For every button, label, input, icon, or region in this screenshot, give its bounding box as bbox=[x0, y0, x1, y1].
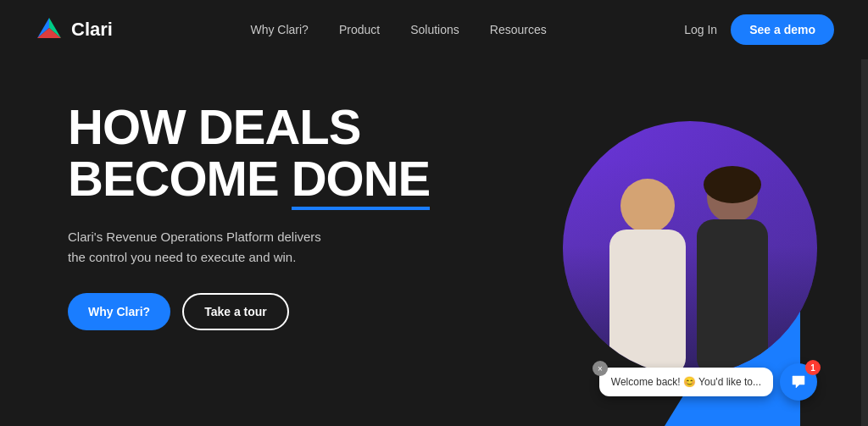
nav-resources[interactable]: Resources bbox=[490, 23, 547, 36]
logo[interactable]: Clari bbox=[34, 14, 113, 45]
hero-subtext-line2: the control you need to execute and win. bbox=[68, 250, 296, 264]
login-link[interactable]: Log In bbox=[684, 23, 717, 36]
nav-solutions[interactable]: Solutions bbox=[410, 23, 459, 36]
hero-subtext-line1: Clari's Revenue Operations Platform deli… bbox=[68, 230, 321, 244]
navbar: Clari Why Clari? Product Solutions Resou… bbox=[0, 0, 868, 59]
chat-open-button[interactable]: 1 bbox=[780, 363, 817, 401]
headline-line2: BECOME DONE bbox=[68, 151, 430, 206]
chat-close-button[interactable]: × bbox=[593, 361, 608, 376]
logo-text: Clari bbox=[71, 19, 113, 41]
people-svg bbox=[563, 155, 817, 375]
svg-rect-4 bbox=[609, 230, 686, 375]
clari-logo-icon bbox=[34, 14, 64, 45]
chat-badge: 1 bbox=[805, 360, 821, 375]
demo-button[interactable]: See a demo bbox=[731, 14, 834, 45]
hero-image-circle bbox=[563, 121, 817, 375]
chat-widget: × Welcome back! 😊 You'd like to... 1 bbox=[599, 363, 817, 401]
hero-section: HOW DEALS BECOME DONE Clari's Revenue Op… bbox=[0, 59, 868, 426]
hero-visual: × Welcome back! 😊 You'd like to... 1 bbox=[461, 104, 868, 426]
svg-point-7 bbox=[704, 166, 761, 203]
why-clari-button[interactable]: Why Clari? bbox=[68, 293, 170, 330]
chat-icon bbox=[789, 373, 808, 391]
people-silhouettes bbox=[563, 159, 817, 375]
headline-line1: HOW DEALS bbox=[68, 99, 360, 154]
nav-why-clari[interactable]: Why Clari? bbox=[250, 23, 308, 36]
chat-bubble-text: Welcome back! 😊 You'd like to... bbox=[611, 376, 761, 388]
chat-bubble[interactable]: × Welcome back! 😊 You'd like to... bbox=[599, 368, 773, 396]
svg-rect-6 bbox=[697, 219, 768, 375]
headline-done: DONE bbox=[292, 153, 431, 210]
nav-actions: Log In See a demo bbox=[684, 14, 834, 45]
nav-links: Why Clari? Product Solutions Resources bbox=[250, 23, 546, 36]
hero-headline: HOW DEALS BECOME DONE bbox=[68, 102, 509, 210]
hero-subtext: Clari's Revenue Operations Platform deli… bbox=[68, 227, 356, 268]
svg-point-3 bbox=[620, 179, 675, 233]
take-tour-button[interactable]: Take a tour bbox=[182, 293, 289, 330]
nav-product[interactable]: Product bbox=[339, 23, 380, 36]
